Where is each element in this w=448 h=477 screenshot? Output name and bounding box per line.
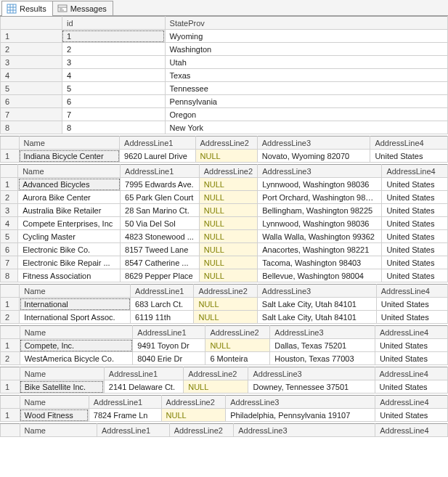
data-cell[interactable]: Fitness Association <box>18 269 121 282</box>
data-cell[interactable]: United States <box>382 269 448 282</box>
column-header[interactable]: AddressLine4 <box>375 424 448 437</box>
row-number-cell[interactable]: 8 <box>1 121 62 134</box>
column-header[interactable]: AddressLine2 <box>194 285 257 298</box>
data-cell[interactable]: Utah <box>165 56 447 69</box>
table-row[interactable]: 2WestAmerica Bicycle Co.8040 Erie Dr6 Mo… <box>1 352 448 365</box>
data-cell[interactable]: United States <box>376 311 447 324</box>
null-cell[interactable]: NULL <box>199 178 258 191</box>
column-header[interactable]: AddressLine4 <box>375 396 448 409</box>
null-cell[interactable]: NULL <box>199 191 258 204</box>
row-number-cell[interactable]: 4 <box>1 69 62 82</box>
row-number-cell[interactable]: 2 <box>1 352 20 365</box>
data-cell[interactable]: 3 <box>62 56 165 69</box>
row-header-corner[interactable] <box>1 17 62 30</box>
table-row[interactable]: 3Australia Bike Retailer28 San Marino Ct… <box>1 204 448 217</box>
table-row[interactable]: 1International683 Larch Ct.NULLSalt Lake… <box>1 298 448 311</box>
row-number-cell[interactable]: 6 <box>1 95 62 108</box>
data-cell[interactable]: Houston, Texas 77003 <box>270 352 375 365</box>
table-row[interactable]: 44Texas <box>1 69 448 82</box>
column-header[interactable]: AddressLine1 <box>97 424 169 437</box>
data-cell[interactable]: United States <box>382 230 448 243</box>
data-cell[interactable]: Salt Lake City, Utah 84101 <box>257 298 376 311</box>
data-cell[interactable]: Advanced Bicycles <box>18 178 121 191</box>
column-header[interactable]: AddressLine4 <box>375 326 447 339</box>
data-cell[interactable]: Anacortes, Washington 98221 <box>258 243 382 256</box>
column-header[interactable]: StateProv <box>165 17 447 30</box>
data-cell[interactable]: 1 <box>62 30 165 43</box>
data-cell[interactable]: 50 Via Del Sol <box>121 217 200 230</box>
table-row[interactable]: 33Utah <box>1 56 448 69</box>
column-header[interactable]: Name <box>20 396 89 409</box>
data-cell[interactable]: United States <box>375 339 447 352</box>
data-cell[interactable]: 2141 Delaware Ct. <box>104 380 183 394</box>
data-cell[interactable]: Lynnwood, Washington 98036 <box>258 178 382 191</box>
column-header[interactable]: AddressLine3 <box>234 424 375 437</box>
row-number-cell[interactable]: 2 <box>1 191 18 204</box>
data-cell[interactable]: International Sport Assoc. <box>20 311 131 324</box>
null-cell[interactable]: NULL <box>205 339 270 352</box>
data-cell[interactable]: United States <box>370 150 448 163</box>
data-cell[interactable]: Bellevue, Washington 98004 <box>258 269 382 282</box>
column-header[interactable]: AddressLine4 <box>382 165 448 178</box>
row-number-cell[interactable]: 1 <box>1 178 18 191</box>
data-cell[interactable]: Aurora Bike Center <box>18 191 121 204</box>
table-row[interactable]: 2Aurora Bike Center65 Park Glen CourtNUL… <box>1 191 448 204</box>
table-row[interactable]: 1Wood Fitness7824 Frame LnNULLPhiladelph… <box>1 409 448 422</box>
data-cell[interactable]: United States <box>382 256 448 269</box>
column-header[interactable]: AddressLine3 <box>257 136 370 150</box>
null-cell[interactable]: NULL <box>199 204 258 217</box>
row-number-cell[interactable]: 6 <box>1 243 18 256</box>
data-cell[interactable]: United States <box>376 298 447 311</box>
column-header[interactable]: AddressLine2 <box>184 367 248 380</box>
data-cell[interactable]: Tacoma, Washington 98403 <box>258 256 382 269</box>
table-row[interactable]: 55Tennessee <box>1 82 448 95</box>
column-header[interactable]: AddressLine2 <box>161 396 226 409</box>
null-cell[interactable]: NULL <box>161 409 226 422</box>
data-cell[interactable]: Tennessee <box>165 82 447 95</box>
column-header[interactable]: AddressLine1 <box>89 396 161 409</box>
table-row[interactable]: 8Fitness Association8629 Pepper PlaceNUL… <box>1 269 448 282</box>
data-cell[interactable]: 7995 Edwards Ave. <box>121 178 200 191</box>
data-cell[interactable]: Philadelphia, Pennsylvania 19107 <box>226 409 375 422</box>
data-cell[interactable]: 65 Park Glen Court <box>121 191 200 204</box>
tab-results[interactable]: Results <box>1 1 53 16</box>
data-cell[interactable]: 8040 Erie Dr <box>133 352 205 365</box>
data-cell[interactable]: 7 <box>62 108 165 121</box>
table-row[interactable]: 6Electronic Bike Co.8157 Tweed LaneNULLA… <box>1 243 448 256</box>
row-number-cell[interactable]: 7 <box>1 256 18 269</box>
data-cell[interactable]: Lynnwood, Washington 98036 <box>258 217 382 230</box>
data-cell[interactable]: 683 Larch Ct. <box>131 298 194 311</box>
null-cell[interactable]: NULL <box>199 230 258 243</box>
null-cell[interactable]: NULL <box>199 256 258 269</box>
data-cell[interactable]: Compete, Inc. <box>20 339 133 352</box>
data-cell[interactable]: Walla Walla, Washington 99362 <box>258 230 382 243</box>
row-number-cell[interactable]: 5 <box>1 82 62 95</box>
data-cell[interactable]: Electronic Bike Co. <box>18 243 121 256</box>
row-number-cell[interactable]: 1 <box>1 298 20 311</box>
column-header[interactable]: Name <box>18 165 121 178</box>
column-header[interactable]: AddressLine3 <box>226 396 375 409</box>
table-row[interactable]: 88New York <box>1 121 448 134</box>
data-cell[interactable]: Oregon <box>165 108 447 121</box>
row-header-corner[interactable] <box>1 165 18 178</box>
data-cell[interactable]: Indiana Bicycle Center <box>19 150 120 163</box>
null-cell[interactable]: NULL <box>194 298 257 311</box>
column-header[interactable]: AddressLine1 <box>133 326 205 339</box>
column-header[interactable]: AddressLine3 <box>257 285 376 298</box>
table-row[interactable]: 66Pennsylvania <box>1 95 448 108</box>
data-cell[interactable]: United States <box>375 409 448 422</box>
table-row[interactable]: 2International Sport Assoc.6119 11thNULL… <box>1 311 448 324</box>
data-cell[interactable]: 7824 Frame Ln <box>89 409 161 422</box>
data-cell[interactable]: Australia Bike Retailer <box>18 204 121 217</box>
data-cell[interactable]: 5 <box>62 82 165 95</box>
column-header[interactable]: AddressLine2 <box>169 424 234 437</box>
null-cell[interactable]: NULL <box>199 217 258 230</box>
column-header[interactable]: AddressLine1 <box>120 136 195 150</box>
data-cell[interactable]: Port Orchard, Washington 98366 <box>258 191 382 204</box>
column-header[interactable]: AddressLine1 <box>104 367 183 380</box>
column-header[interactable]: Name <box>20 326 133 339</box>
table-row[interactable]: 4Compete Enterprises, Inc50 Via Del SolN… <box>1 217 448 230</box>
table-row[interactable]: 5Cycling Master4823 Stonewood ...NULLWal… <box>1 230 448 243</box>
row-header-corner[interactable] <box>1 396 20 409</box>
column-header[interactable]: Name <box>19 136 120 150</box>
